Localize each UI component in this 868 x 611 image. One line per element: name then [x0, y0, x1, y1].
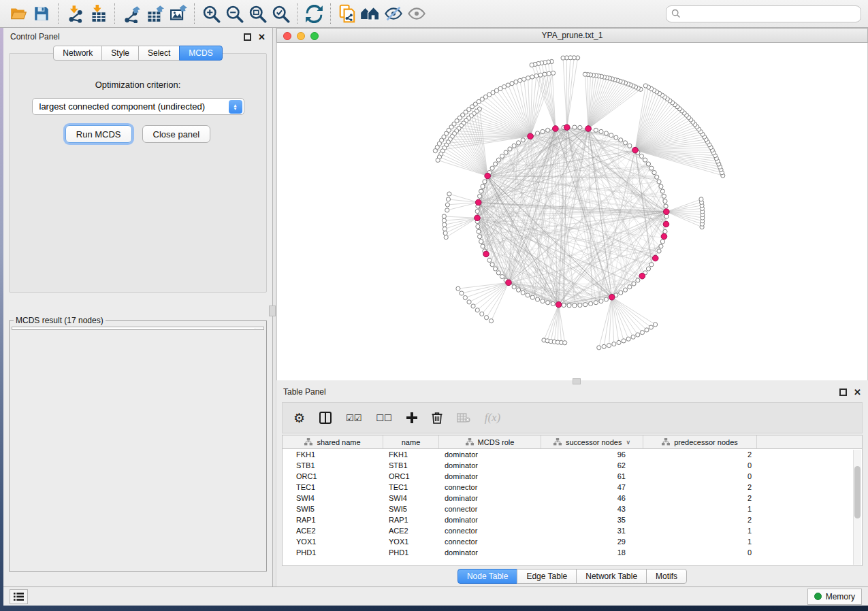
mcds-result-list[interactable]: PHD1CAR1STP4TID3YOX1SWI4SRD1PMA2FKH1ACE2… [12, 327, 264, 330]
first-neighbors-button[interactable] [359, 3, 382, 24]
column-header-predecessor-nodes[interactable]: predecessor nodes [643, 435, 757, 448]
network-node[interactable] [490, 166, 494, 170]
network-node[interactable] [578, 125, 582, 129]
delete-table-icon[interactable] [457, 413, 470, 423]
splitter-handle[interactable] [269, 306, 276, 316]
cell-mcds-role[interactable]: dominator [439, 494, 541, 502]
zoom-fit-button[interactable] [246, 3, 269, 24]
network-node[interactable] [614, 135, 618, 139]
cell-predecessor-nodes[interactable]: 0 [643, 461, 757, 469]
network-node[interactable] [551, 301, 555, 306]
network-node[interactable] [539, 73, 543, 77]
network-node[interactable] [445, 203, 449, 207]
network-node[interactable] [443, 231, 447, 235]
table-row[interactable]: STB1STB1dominator620 [283, 460, 862, 471]
network-node[interactable] [578, 303, 582, 307]
table-row[interactable]: ACE2ACE2connector311 [283, 525, 862, 536]
network-node[interactable] [490, 263, 494, 267]
table-row[interactable]: ORC1ORC1dominator610 [283, 471, 862, 482]
network-node[interactable] [617, 340, 621, 344]
cell-mcds-role[interactable]: connector [439, 505, 541, 513]
duplicate-network-button[interactable] [336, 3, 359, 24]
close-panel-button[interactable]: Close panel [142, 125, 211, 143]
network-node[interactable] [493, 267, 497, 271]
delete-column-icon[interactable] [432, 412, 443, 424]
network-node[interactable] [530, 63, 534, 67]
cell-predecessor-nodes[interactable]: 2 [643, 494, 757, 502]
mcds-node[interactable] [639, 273, 645, 279]
mcds-node[interactable] [483, 251, 489, 257]
cell-shared-name[interactable]: YOX1 [283, 538, 383, 546]
cell-shared-name[interactable]: STB1 [283, 461, 383, 469]
network-node[interactable] [478, 235, 482, 239]
network-node[interactable] [541, 129, 545, 133]
window-zoom-icon[interactable] [310, 32, 319, 40]
network-node[interactable] [484, 316, 488, 320]
network-node[interactable] [433, 149, 437, 153]
network-node[interactable] [649, 166, 654, 170]
mcds-node[interactable] [553, 126, 559, 132]
network-node[interactable] [504, 150, 508, 154]
cell-shared-name[interactable]: RAP1 [283, 516, 383, 524]
mcds-node[interactable] [663, 221, 669, 227]
network-node[interactable] [526, 293, 530, 297]
cell-successor-nodes[interactable]: 61 [541, 472, 643, 480]
network-node[interactable] [599, 129, 603, 133]
global-search[interactable] [666, 5, 861, 22]
cell-name[interactable]: ACE2 [383, 527, 439, 535]
cell-successor-nodes[interactable]: 35 [541, 516, 643, 524]
window-close-icon[interactable] [283, 32, 291, 40]
network-node[interactable] [619, 291, 623, 295]
network-node[interactable] [512, 285, 516, 289]
network-node[interactable] [594, 301, 598, 305]
network-node[interactable] [521, 291, 525, 295]
mcds-node[interactable] [609, 294, 615, 300]
network-node[interactable] [442, 218, 446, 222]
cell-successor-nodes[interactable]: 47 [541, 483, 643, 491]
network-node[interactable] [481, 184, 485, 188]
network-node[interactable] [508, 147, 512, 151]
tab-motifs[interactable]: Motifs [646, 569, 687, 584]
network-node[interactable] [664, 204, 668, 208]
network-node[interactable] [662, 194, 666, 198]
network-node[interactable] [479, 189, 483, 193]
cell-name[interactable]: STB1 [383, 461, 439, 469]
network-node[interactable] [643, 158, 647, 162]
cell-name[interactable]: RAP1 [383, 516, 439, 524]
cell-name[interactable]: FKH1 [383, 450, 439, 459]
network-node[interactable] [631, 335, 635, 339]
export-image-button[interactable] [166, 3, 189, 24]
network-node[interactable] [481, 244, 485, 248]
table-row[interactable]: FKH1FKH1dominator962 [283, 449, 862, 460]
memory-button[interactable]: Memory [807, 589, 862, 605]
horizontal-splitter[interactable] [276, 380, 868, 383]
table-row[interactable]: RAP1RAP1dominator352 [283, 514, 862, 525]
network-node[interactable] [526, 76, 530, 80]
mcds-node[interactable] [485, 173, 491, 179]
network-node[interactable] [609, 133, 613, 137]
network-node[interactable] [535, 131, 539, 135]
table-row[interactable]: PHD1PHD1dominator180 [283, 547, 862, 558]
cell-predecessor-nodes[interactable]: 0 [643, 548, 757, 557]
network-node[interactable] [447, 192, 451, 196]
network-node[interactable] [649, 325, 653, 329]
zoom-in-button[interactable] [199, 3, 223, 24]
show-all-button[interactable] [405, 3, 428, 24]
result-list-scrollbar[interactable] [255, 328, 263, 329]
network-node[interactable] [483, 180, 487, 184]
cell-name[interactable]: YOX1 [383, 538, 439, 546]
network-node[interactable] [699, 197, 703, 201]
cell-successor-nodes[interactable]: 29 [541, 538, 643, 546]
network-node[interactable] [514, 80, 518, 84]
tab-style[interactable]: Style [101, 46, 139, 61]
network-node[interactable] [573, 125, 577, 129]
deselect-all-icon[interactable]: ☐☐ [376, 413, 391, 423]
network-node[interactable] [443, 222, 447, 227]
network-node[interactable] [480, 312, 484, 316]
network-node[interactable] [522, 77, 526, 81]
network-node[interactable] [444, 235, 448, 240]
network-node[interactable] [628, 285, 632, 289]
split-view-icon[interactable] [319, 412, 332, 424]
cell-predecessor-nodes[interactable]: 1 [643, 505, 757, 513]
network-node[interactable] [583, 303, 588, 307]
